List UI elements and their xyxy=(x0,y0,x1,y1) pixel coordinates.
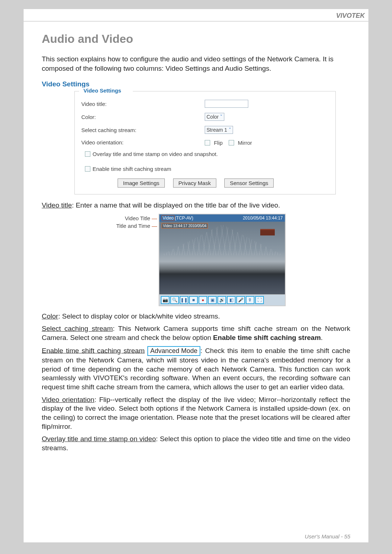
annotation-video-title: Video Title xyxy=(125,215,150,221)
video-settings-fieldset: Video Settings Video title: Color: Color… xyxy=(74,91,336,194)
color-select-value: Color xyxy=(207,114,219,120)
page-footer: User's Manual - 55 xyxy=(305,533,350,539)
timeshift-checkbox-label: Enable time shift caching stream xyxy=(93,166,171,172)
fullscreen-icon[interactable]: ⛶ xyxy=(255,296,264,304)
overlay-timestamp: Video 13:44:17 2010/05/04 xyxy=(162,223,208,229)
p-color: Color: Select to display color or black/… xyxy=(42,312,350,321)
camera-icon[interactable]: 📷 xyxy=(161,296,170,304)
orientation-label: Video orientation: xyxy=(81,139,205,145)
half-icon[interactable]: ◧ xyxy=(227,296,236,304)
timeshift-checkbox[interactable] xyxy=(85,166,90,172)
annotation-title-time: Title and Time xyxy=(116,223,150,229)
speaker-icon[interactable]: 🔊 xyxy=(217,296,226,304)
p-caching: Select caching stream: This Network Came… xyxy=(42,324,350,342)
overlay-checkbox[interactable] xyxy=(85,151,90,157)
video-title-label: Video title: xyxy=(81,101,205,107)
titlebar-timestamp: 2010/05/04 13:44:17 xyxy=(243,216,283,221)
header-divider xyxy=(24,21,368,21)
record-icon[interactable]: ● xyxy=(199,296,207,304)
video-title-input[interactable] xyxy=(205,100,248,108)
mic-icon[interactable]: 🎙 xyxy=(246,296,254,304)
overlay-checkbox-label: Overlay title and time stamp on video an… xyxy=(93,151,218,157)
mirror-label: Mirror xyxy=(238,140,252,146)
p-video-title-term: Video title xyxy=(42,201,72,209)
video-preview: Video(TCP-AV) 2010/05/04 13:44:17 Video … xyxy=(159,214,286,306)
pause-icon[interactable]: ❚❚ xyxy=(180,296,188,304)
titlebar-protocol: (TCP-AV) xyxy=(175,216,193,221)
caching-stream-value: Stream 1 xyxy=(207,127,227,133)
privacy-mask-button[interactable]: Privacy Mask xyxy=(173,178,216,188)
section-title: Audio and Video xyxy=(42,32,350,46)
player-toolbar: 📷 🔍 ❚❚ ■ ● ▣ 🔊 ◧ 🎤 🎙 ⛶ xyxy=(159,294,285,305)
p-timeshift: Enable time shift caching stream Advance… xyxy=(42,346,350,392)
preview-titlebar: Video(TCP-AV) 2010/05/04 13:44:17 xyxy=(159,214,285,222)
p-video-title: Video title: Enter a name that will be d… xyxy=(42,201,350,210)
video-settings-subhead: Video Settings xyxy=(42,80,350,88)
brand-header: VIVOTEK xyxy=(24,9,368,21)
image-settings-button[interactable]: Image Settings xyxy=(118,178,165,188)
p-overlay: Overlay title and time stamp on video: S… xyxy=(42,435,350,452)
crane-illustration xyxy=(260,229,275,235)
sensor-settings-button[interactable]: Sensor Settings xyxy=(224,178,274,188)
flip-label: Flip xyxy=(214,140,222,146)
stop-icon[interactable]: ■ xyxy=(189,296,198,304)
p-orientation: Video orientation: Flip--vertically refl… xyxy=(42,395,350,431)
zoom-icon[interactable]: 🔍 xyxy=(170,296,179,304)
mirror-checkbox[interactable] xyxy=(229,140,234,145)
fieldset-legend: Video Settings xyxy=(82,87,123,94)
titlebar-video-word: Video xyxy=(162,215,175,221)
snapshot-icon[interactable]: ▣ xyxy=(208,296,217,304)
color-select[interactable]: Color ˅ xyxy=(205,113,224,121)
video-frame: Video 13:44:17 2010/05/04 xyxy=(159,222,285,294)
caching-stream-select[interactable]: Stream 1 ˅ xyxy=(205,126,233,134)
chevron-down-icon: ˅ xyxy=(229,127,231,133)
color-label: Color: xyxy=(81,114,205,120)
flip-checkbox[interactable] xyxy=(205,140,210,145)
chevron-down-icon: ˅ xyxy=(220,114,222,120)
mic-down-icon[interactable]: 🎤 xyxy=(236,296,245,304)
caching-stream-label: Select caching stream: xyxy=(81,127,205,133)
advanced-mode-badge: Advanced Mode xyxy=(147,346,200,356)
intro-paragraph: This section explains how to configure t… xyxy=(42,54,350,73)
